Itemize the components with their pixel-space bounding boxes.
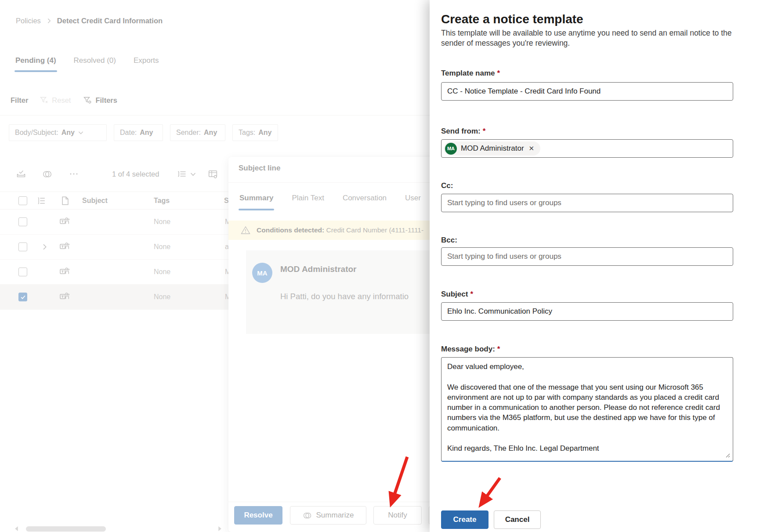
filter-bar: Filter Reset Filters — [11, 96, 117, 105]
column-settings-icon[interactable] — [207, 169, 218, 180]
horizontal-scrollbar[interactable] — [0, 525, 228, 532]
required-marker: * — [470, 290, 473, 298]
copilot-icon — [303, 511, 312, 520]
create-button[interactable]: Create — [441, 510, 489, 529]
teams-icon — [59, 242, 70, 252]
teams-icon — [59, 292, 70, 302]
send-from-field[interactable]: MA MOD Administrator ✕ — [441, 139, 733, 158]
chevron-down-icon — [78, 130, 84, 136]
subject-label: Subject* — [441, 290, 473, 299]
filter-chip-tags[interactable]: Tags:Any — [232, 124, 278, 141]
detail-tabs: Summary Plain Text Conversation User — [239, 189, 422, 210]
row-checkbox[interactable] — [18, 217, 27, 226]
tab-exports[interactable]: Exports — [133, 56, 160, 72]
avatar: MA — [445, 143, 457, 155]
breadcrumb-policies[interactable]: Policies — [16, 17, 41, 25]
filter-label: Filter — [11, 96, 28, 105]
expand-row-icon[interactable] — [41, 244, 48, 250]
filters-button[interactable]: Filters — [83, 96, 117, 105]
teams-icon — [59, 267, 70, 277]
check-icon — [20, 294, 26, 300]
breadcrumb: Policies Detect Credit Card Information — [16, 17, 163, 25]
row-checkbox[interactable] — [18, 268, 27, 276]
message-detail-card: Subject line Summary Plain Text Conversa… — [228, 157, 450, 532]
chevron-down-icon — [156, 130, 157, 136]
teams-icon — [59, 217, 70, 227]
bcc-label: Bcc: — [441, 236, 457, 245]
tab-user[interactable]: User — [404, 189, 422, 210]
tab-resolved[interactable]: Resolved (0) — [73, 56, 117, 72]
tab-plain-text[interactable]: Plain Text — [291, 189, 325, 210]
row-checkbox-checked[interactable] — [18, 293, 27, 301]
cc-label: Cc: — [441, 181, 453, 190]
person-chip[interactable]: MA MOD Administrator ✕ — [444, 141, 540, 156]
summarize-button[interactable]: Summarize — [290, 506, 366, 525]
message-preview-text: Hi Patti, do you have any informatio — [280, 292, 409, 301]
message-sender-name: MOD Administrator — [280, 264, 356, 274]
row-tags: None — [154, 243, 170, 251]
conditions-warning-banner: Conditions detected: Credit Card Number … — [228, 221, 450, 240]
chevron-right-icon — [46, 18, 52, 24]
reset-filter-button[interactable]: Reset — [40, 96, 71, 105]
panel-title: Create a notice template — [441, 12, 583, 26]
message-body-textarea[interactable]: Dear valued employee, We discovered that… — [441, 357, 733, 462]
view-tabs: Pending (4) Resolved (0) Exports — [14, 56, 160, 72]
cc-input[interactable] — [441, 194, 733, 212]
row-tags: None — [154, 218, 170, 226]
detail-title: Subject line — [239, 164, 280, 173]
row-tags: None — [154, 293, 170, 301]
create-notice-template-panel: Create a notice template This template w… — [430, 0, 760, 532]
message-body-label: Message body:* — [441, 345, 500, 354]
divider — [0, 115, 450, 116]
filter-chip-sender[interactable]: Sender:Any — [170, 124, 225, 141]
more-options-icon[interactable] — [69, 169, 79, 179]
row-checkbox[interactable] — [18, 242, 27, 251]
template-name-label: Template name* — [441, 69, 500, 78]
list-toolbar: 1 of 4 selected — [0, 165, 228, 183]
tab-pending[interactable]: Pending (4) — [14, 56, 57, 72]
view-options-icon[interactable] — [177, 169, 196, 179]
group-list-icon — [37, 196, 46, 205]
notify-button[interactable]: Notify — [373, 506, 422, 525]
mark-resolved-icon[interactable] — [16, 169, 26, 179]
column-header-subject[interactable]: Subject — [82, 197, 108, 205]
chevron-down-icon — [190, 171, 196, 177]
breadcrumb-current-policy: Detect Credit Card Information — [57, 17, 163, 25]
required-marker: * — [497, 345, 500, 353]
send-from-label: Send from:* — [441, 127, 485, 136]
filter-settings-icon — [83, 96, 92, 105]
tab-conversation[interactable]: Conversation — [342, 189, 387, 210]
warning-text: Conditions detected: Credit Card Number … — [257, 226, 423, 234]
tab-summary[interactable]: Summary — [239, 189, 274, 210]
warning-icon — [241, 226, 250, 235]
scroll-right-icon[interactable] — [217, 526, 222, 532]
selection-status: 1 of 4 selected — [112, 170, 159, 178]
row-tags: None — [154, 268, 170, 276]
template-name-input[interactable] — [441, 82, 733, 101]
divider — [228, 502, 450, 502]
filter-dismiss-icon — [40, 96, 48, 105]
required-marker: * — [483, 127, 486, 135]
divider — [228, 182, 450, 183]
subject-input[interactable] — [441, 302, 733, 321]
remove-person-icon[interactable]: ✕ — [528, 144, 536, 153]
message-preview-card[interactable]: MA MOD Administrator Hi Patti, do you ha… — [246, 250, 450, 334]
select-all-checkbox[interactable] — [18, 196, 27, 205]
cancel-button[interactable]: Cancel — [494, 510, 541, 529]
copilot-icon[interactable] — [42, 169, 52, 179]
scrollbar-thumb[interactable] — [26, 526, 106, 532]
resolve-button[interactable]: Resolve — [234, 506, 282, 525]
required-marker: * — [497, 69, 500, 77]
avatar: MA — [252, 263, 272, 283]
column-header-tags[interactable]: Tags — [154, 197, 170, 205]
item-type-icon — [61, 196, 69, 205]
scroll-left-icon[interactable] — [14, 526, 19, 532]
filter-chip-date[interactable]: Date:Any — [114, 124, 163, 141]
app-window: Policies Detect Credit Card Information … — [0, 0, 760, 532]
person-chip-name: MOD Administrator — [461, 144, 524, 153]
filter-chip-body-subject[interactable]: Body/Subject:Any — [9, 124, 107, 141]
panel-description: This template will be available to use a… — [441, 28, 745, 48]
filter-chip-row: Body/Subject:Any Date:Any Sender:Any Tag… — [9, 124, 278, 141]
bcc-input[interactable] — [441, 247, 733, 266]
